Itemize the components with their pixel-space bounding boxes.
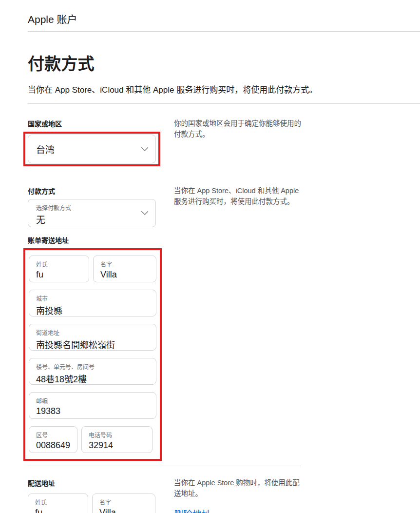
payment-helper-text: 当你在 App Store、iCloud 和其他 Apple 服务进行购买时，将… xyxy=(174,186,305,207)
billing-city-field[interactable]: 城市 南投縣 xyxy=(29,290,156,316)
delete-address-link[interactable]: 删除地址 xyxy=(174,508,211,513)
field-value: fu xyxy=(36,270,82,280)
field-label: 姓氏 xyxy=(35,498,81,506)
country-highlight-box: 台湾 xyxy=(23,132,160,166)
country-section-label: 国家或地区 xyxy=(28,118,174,128)
billing-section: 账单寄送地址 姓氏 fu 名字 Villa 城市 南投縣 xyxy=(28,235,420,461)
shipping-last-name-field[interactable]: 姓氏 fu xyxy=(28,493,88,513)
billing-street-field[interactable]: 街道地址 南投縣名間鄉松嶺街 xyxy=(29,324,156,351)
chevron-down-icon xyxy=(141,211,149,216)
page-title: 付款方式 xyxy=(28,54,420,74)
payment-method-select[interactable]: 选择付款方式 无 xyxy=(28,199,156,227)
billing-unit-field[interactable]: 楼号、单元号、房间号 48巷18號2樓 xyxy=(29,358,156,385)
field-value: Villa xyxy=(99,508,148,513)
billing-phone-field[interactable]: 电话号码 32914 xyxy=(81,426,153,453)
payment-section: 付款方式 选择付款方式 无 当你在 App Store、iCloud 和其他 A… xyxy=(28,186,420,227)
field-label: 城市 xyxy=(36,294,149,302)
shipping-section-label: 配送地址 xyxy=(28,478,174,488)
field-label: 区号 xyxy=(36,431,70,439)
field-value: Villa xyxy=(100,270,149,280)
field-value: 南投縣 xyxy=(36,304,149,316)
field-value: 19383 xyxy=(36,406,149,416)
field-label: 街道地址 xyxy=(36,328,149,336)
field-label: 姓氏 xyxy=(36,260,82,268)
app-title: Apple 账户 xyxy=(28,14,77,25)
field-value: 48巷18號2樓 xyxy=(36,372,149,385)
page-content: Apple 账户 付款方式 当你在 App Store、iCloud 和其他 A… xyxy=(0,0,420,513)
billing-area-code-field[interactable]: 区号 0088649 xyxy=(29,426,77,453)
chevron-down-icon xyxy=(141,147,149,152)
field-label: 名字 xyxy=(99,498,148,506)
shipping-helper-text: 当你在 Apple Store 购物时，将使用此配送地址。 xyxy=(174,478,305,499)
country-select-value: 台湾 xyxy=(36,142,55,156)
country-select[interactable]: 台湾 xyxy=(28,135,156,163)
field-label: 楼号、单元号、房间号 xyxy=(36,362,149,371)
shipping-section: 配送地址 姓氏 fu 名字 Villa 当你在 Apple Store 购物时，… xyxy=(28,478,420,513)
billing-postal-code-field[interactable]: 邮编 19383 xyxy=(29,392,156,419)
billing-section-label: 账单寄送地址 xyxy=(28,235,174,245)
field-label: 电话号码 xyxy=(89,431,145,439)
section-divider xyxy=(28,103,420,104)
payment-section-label: 付款方式 xyxy=(28,186,174,196)
field-value: fu xyxy=(35,508,81,513)
page-subtitle: 当你在 App Store、iCloud 和其他 Apple 服务进行购买时，将… xyxy=(28,84,420,97)
billing-first-name-field[interactable]: 名字 Villa xyxy=(93,256,156,282)
country-helper-text: 你的国家或地区会用于确定你能够使用的付款方式。 xyxy=(174,118,305,140)
field-value: 0088649 xyxy=(36,440,70,451)
payment-select-label: 选择付款方式 xyxy=(36,203,134,212)
shipping-first-name-field[interactable]: 名字 Villa xyxy=(92,493,155,513)
payment-select-value: 无 xyxy=(36,213,134,226)
field-label: 邮编 xyxy=(36,396,149,405)
billing-highlight-box: 姓氏 fu 名字 Villa 城市 南投縣 街道 xyxy=(23,248,162,461)
billing-last-name-field[interactable]: 姓氏 fu xyxy=(29,256,89,282)
field-value: 南投縣名間鄉松嶺街 xyxy=(36,338,149,351)
country-section: 国家或地区 台湾 你的国家或地区会用于确定你能够使用的付款方式。 xyxy=(28,118,420,166)
section-divider xyxy=(28,466,301,466)
field-value: 32914 xyxy=(89,440,145,451)
field-label: 名字 xyxy=(100,260,149,268)
app-header: Apple 账户 xyxy=(28,0,420,32)
